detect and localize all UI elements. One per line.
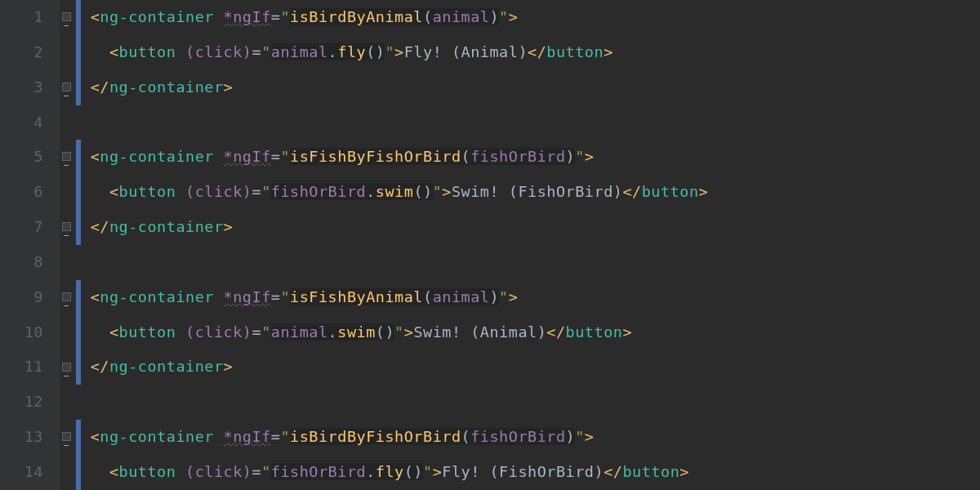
code-token: </ [91,358,109,375]
code-token: button [546,43,604,60]
code-line[interactable]: <button (click)="fishOrBird.swim()">Swim… [76,175,980,210]
code-token: </ [528,43,546,60]
code-token: < [109,183,119,200]
code-token: Fly! (FishOrBird) [442,463,604,480]
code-token: </ [604,463,622,480]
code-token: = [252,323,262,341]
line-number: 7 [0,210,43,245]
code-token: " [499,8,509,25]
code-line[interactable]: <ng-container *ngIf="isFishByFishOrBird(… [76,140,980,175]
code-token: animal [433,288,490,305]
change-marker [76,140,81,175]
line-number: 9 [0,280,43,315]
change-marker [76,455,81,490]
code-line[interactable] [76,385,980,420]
code-token: Swim! (FishOrBird) [452,183,622,200]
code-token: > [604,43,613,60]
line-number: 2 [0,35,43,70]
line-number: 13 [0,420,43,455]
code-token: </ [622,183,641,200]
line-number: 5 [0,140,43,175]
code-token: = [252,183,262,200]
code-token: (click) [185,323,252,341]
line-number: 8 [0,245,43,280]
change-marker [76,70,81,105]
code-token: > [699,183,709,200]
code-area[interactable]: <ng-container *ngIf="isBirdByAnimal(anim… [76,0,980,490]
code-token: button [566,323,623,341]
code-line[interactable]: </ng-container> [76,350,980,385]
line-number: 10 [0,315,43,350]
code-token: ( [423,288,433,305]
code-line[interactable] [76,245,980,280]
code-line[interactable]: </ng-container> [76,70,980,105]
code-token: " [394,323,404,341]
code-token: fishOrBird [271,183,366,200]
code-token: > [394,43,404,60]
code-token: animal [433,8,490,25]
code-line[interactable]: <ng-container *ngIf="isFishByAnimal(anim… [76,280,980,315]
code-token: fishOrBird [470,148,565,165]
code-line[interactable]: <ng-container *ngIf="isBirdByAnimal(anim… [76,0,980,35]
code-token: " [385,43,394,60]
code-token: . [328,323,338,341]
code-token: = [271,288,281,305]
code-token: button [119,323,185,341]
line-number: 6 [0,175,43,210]
code-token: < [91,148,100,165]
code-token: = [271,428,281,445]
code-token: " [499,288,509,305]
code-token: > [224,358,234,375]
code-token: ) [566,428,576,445]
code-token: " [261,183,271,200]
code-token: " [423,463,433,480]
code-token: < [109,323,119,341]
code-token: fly [337,43,366,60]
change-marker [76,35,81,70]
line-number-gutter: 1234567891011121314 [0,0,60,490]
code-token: < [91,8,100,25]
fold-toggle-icon[interactable] [62,82,71,91]
code-token: ) [489,288,499,305]
line-number: 4 [0,105,43,140]
fold-toggle-icon[interactable] [62,12,71,21]
code-token: fishOrBird [470,428,565,445]
code-token: Swim! (Animal) [413,323,546,341]
fold-toggle-icon[interactable] [62,363,71,372]
code-line[interactable]: <button (click)="fishOrBird.fly()">Fly! … [76,455,980,490]
fold-toggle-icon[interactable] [62,222,71,231]
code-token: ) [566,148,576,165]
code-token: " [261,463,271,480]
code-line[interactable] [76,105,980,140]
code-token: > [509,288,519,305]
code-token: ( [461,148,471,165]
change-marker [76,0,81,35]
code-token: " [280,428,290,445]
code-token: > [224,218,234,235]
code-token: swim [337,323,376,341]
code-token: </ [546,323,565,341]
code-token: isFishByFishOrBird [290,148,461,165]
fold-toggle-icon[interactable] [62,432,71,441]
code-token: < [109,463,119,480]
change-marker [76,315,81,350]
change-marker [76,420,81,455]
code-line[interactable]: <ng-container *ngIf="isBirdByFishOrBird(… [76,420,980,455]
code-editor[interactable]: 1234567891011121314 <ng-container *ngIf=… [0,0,980,490]
code-line[interactable]: <button (click)="animal.fly()">Fly! (Ani… [76,35,980,70]
code-token: > [433,463,443,480]
code-token: () [366,43,385,60]
fold-toggle-icon[interactable] [62,152,71,161]
code-token: animal [271,43,328,60]
code-token: ng-container [109,218,224,235]
code-token: ng-container [100,428,223,445]
fold-toggle-icon[interactable] [62,292,71,301]
code-token: > [404,323,414,341]
code-token: (click) [185,43,252,60]
code-token: ng-container [109,78,224,96]
code-token: > [585,148,595,165]
code-line[interactable]: </ng-container> [76,210,980,245]
code-line[interactable]: <button (click)="animal.swim()">Swim! (A… [76,315,980,350]
line-number: 12 [0,385,43,420]
code-token: > [679,463,689,480]
